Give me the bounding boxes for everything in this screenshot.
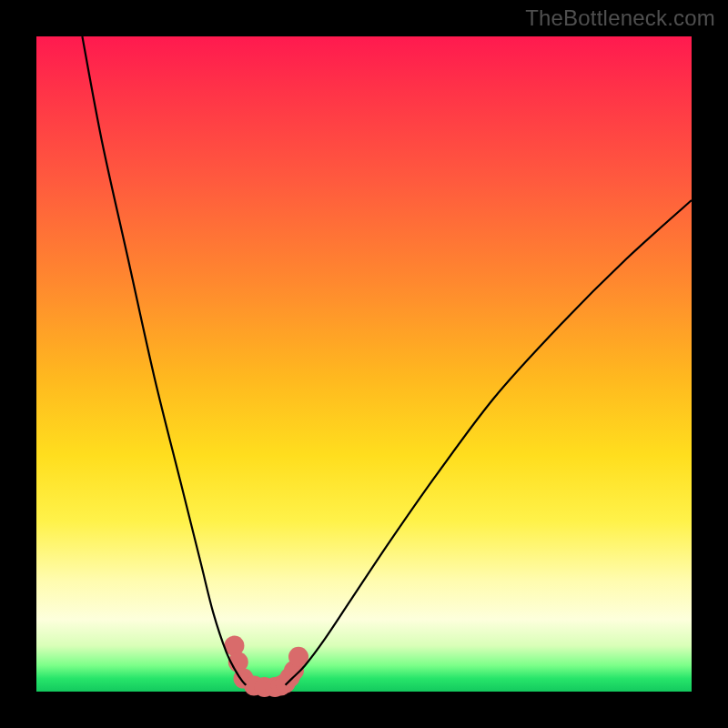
- chart-overlay: [36, 36, 692, 692]
- watermark-text: TheBottleneck.com: [525, 5, 715, 31]
- chart-frame: TheBottleneck.com: [0, 0, 728, 728]
- marker-dots: [224, 636, 308, 697]
- curve-left-branch: [82, 36, 246, 685]
- curve-right-branch: [286, 200, 692, 685]
